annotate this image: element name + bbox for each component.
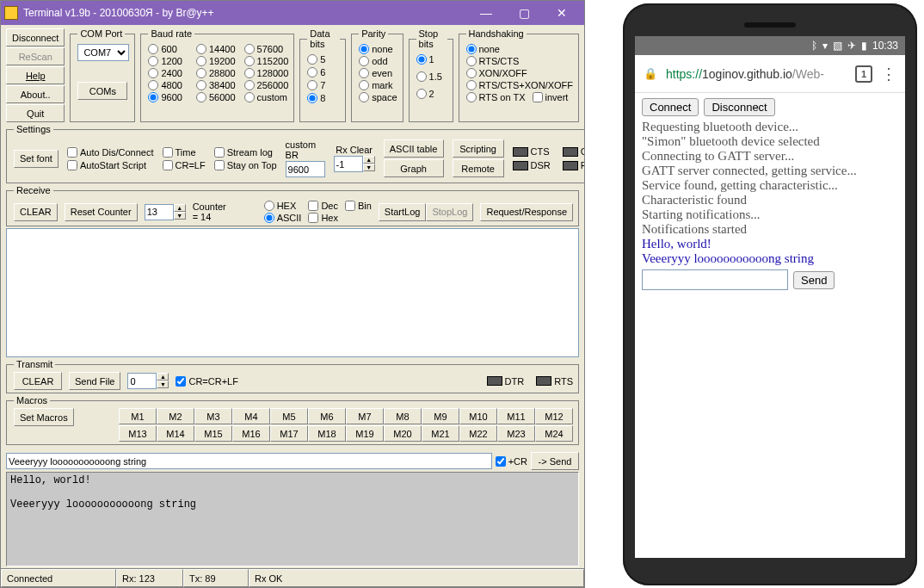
macro-m9[interactable]: M9 xyxy=(422,408,459,424)
macro-m5[interactable]: M5 xyxy=(270,408,308,424)
bin-checkbox[interactable]: Bin xyxy=(345,201,372,211)
menu-icon[interactable]: ⋮ xyxy=(881,68,896,80)
macro-m1[interactable]: M1 xyxy=(119,408,157,424)
databits-option-5[interactable]: 5 xyxy=(307,54,340,65)
sendfile-button[interactable]: Send File xyxy=(69,372,120,390)
baud-option-38400[interactable]: 38400 xyxy=(196,80,239,90)
remote-button[interactable]: Remote xyxy=(453,159,504,177)
custombr-input[interactable] xyxy=(286,161,325,177)
hex-radio[interactable]: HEX xyxy=(264,201,302,211)
parity-option-space[interactable]: space xyxy=(359,92,397,102)
handshake-option-RTS/CTS[interactable]: RTS/CTS xyxy=(466,56,574,66)
baud-option-custom[interactable]: custom xyxy=(244,92,289,102)
page-connect-button[interactable]: Connect xyxy=(642,98,699,116)
macro-m24[interactable]: M24 xyxy=(535,425,573,442)
baud-option-28800[interactable]: 28800 xyxy=(196,68,239,78)
macro-m13[interactable]: M13 xyxy=(119,425,157,442)
maximize-button[interactable]: ▢ xyxy=(505,3,543,22)
baud-option-19200[interactable]: 19200 xyxy=(196,56,239,66)
time-checkbox[interactable]: Time xyxy=(163,147,206,158)
comport-select[interactable]: COM7 xyxy=(77,44,129,61)
macro-m19[interactable]: M19 xyxy=(346,425,384,442)
hex-checkbox[interactable]: Hex xyxy=(308,213,338,223)
titlebar[interactable]: Terminal v1.9b - 20100630Я - by Br@y++ —… xyxy=(1,1,584,25)
databits-option-6[interactable]: 6 xyxy=(307,67,340,77)
handshake-option-RTS/CTS+XON/XOFF[interactable]: RTS/CTS+XON/XOFF xyxy=(466,80,574,90)
stopbits-option-1[interactable]: 1 xyxy=(416,54,447,65)
streamlog-checkbox[interactable]: Stream log xyxy=(214,147,277,158)
macro-m20[interactable]: M20 xyxy=(384,425,422,442)
send-input[interactable] xyxy=(6,453,492,469)
rescan-button[interactable]: ReScan xyxy=(6,47,65,65)
reqres-button[interactable]: Request/Response xyxy=(480,203,573,221)
databits-option-7[interactable]: 7 xyxy=(307,80,340,90)
macro-m6[interactable]: M6 xyxy=(308,408,346,424)
macro-m21[interactable]: M21 xyxy=(422,425,459,442)
sendfile-spin[interactable]: ▲▼ xyxy=(127,373,169,389)
crlf-checkbox[interactable]: CR=LF xyxy=(163,160,206,170)
baud-option-9600[interactable]: 9600 xyxy=(148,92,191,102)
graph-button[interactable]: Graph xyxy=(384,159,444,177)
handshake-option-XON/XOFF[interactable]: XON/XOFF xyxy=(466,68,574,78)
scripting-button[interactable]: Scripting xyxy=(453,139,504,158)
spin-up-icon[interactable]: ▲ xyxy=(157,373,169,381)
invert-checkbox[interactable]: invert xyxy=(533,92,569,102)
macro-m17[interactable]: M17 xyxy=(270,425,308,442)
recv-clear-button[interactable]: CLEAR xyxy=(14,203,58,221)
baud-option-600[interactable]: 600 xyxy=(148,44,191,54)
web-page[interactable]: Connect Disconnect Requesting bluetooth … xyxy=(635,93,905,558)
baud-option-1200[interactable]: 1200 xyxy=(148,56,191,66)
baud-option-56000[interactable]: 56000 xyxy=(196,92,239,102)
macro-m14[interactable]: M14 xyxy=(157,425,194,442)
url-text[interactable]: https://1oginov.github.io/Web- xyxy=(666,67,847,81)
ascii-radio[interactable]: ASCII xyxy=(264,213,302,223)
spin-up-icon[interactable]: ▲ xyxy=(363,156,375,164)
reset-counter-button[interactable]: Reset Counter xyxy=(65,203,138,221)
parity-option-mark[interactable]: mark xyxy=(359,80,397,90)
spin-down-icon[interactable]: ▼ xyxy=(157,381,169,388)
macro-m10[interactable]: M10 xyxy=(459,408,497,424)
chrome-omnibar[interactable]: 🔒 https://1oginov.github.io/Web- 1 ⋮ xyxy=(635,55,905,93)
baud-option-14400[interactable]: 14400 xyxy=(196,44,239,54)
macro-m16[interactable]: M16 xyxy=(232,425,270,442)
spin-up-icon[interactable]: ▲ xyxy=(174,204,186,212)
stoplog-button[interactable]: StopLog xyxy=(426,203,473,221)
stopbits-option-1.5[interactable]: 1.5 xyxy=(416,71,447,82)
dec-checkbox[interactable]: Dec xyxy=(308,201,338,211)
page-send-button[interactable]: Send xyxy=(793,271,835,289)
crcrlf-checkbox[interactable]: CR=CR+LF xyxy=(176,376,237,387)
parity-option-even[interactable]: even xyxy=(359,68,397,78)
dtr-led[interactable]: DTR xyxy=(487,376,525,387)
baud-option-256000[interactable]: 256000 xyxy=(244,80,289,90)
help-button[interactable]: Help xyxy=(6,66,65,84)
spin-down-icon[interactable]: ▼ xyxy=(174,212,186,220)
setmacros-button[interactable]: Set Macros xyxy=(14,408,74,426)
baud-option-2400[interactable]: 2400 xyxy=(148,68,191,78)
about-button[interactable]: About.. xyxy=(6,85,65,103)
stopbits-option-2[interactable]: 2 xyxy=(416,89,447,99)
baud-option-128000[interactable]: 128000 xyxy=(244,68,289,78)
receive-textarea[interactable] xyxy=(6,228,579,357)
xmit-clear-button[interactable]: CLEAR xyxy=(14,372,62,390)
page-send-input[interactable] xyxy=(642,269,788,290)
macro-m15[interactable]: M15 xyxy=(194,425,232,442)
rts-led[interactable]: RTS xyxy=(536,376,573,387)
databits-option-8[interactable]: 8 xyxy=(307,93,340,103)
page-disconnect-button[interactable]: Disconnect xyxy=(704,98,774,116)
spin-down-icon[interactable]: ▼ xyxy=(363,164,375,171)
baud-option-57600[interactable]: 57600 xyxy=(244,44,289,54)
quit-button[interactable]: Quit xyxy=(6,104,65,122)
parity-option-none[interactable]: none xyxy=(359,44,397,54)
macro-m2[interactable]: M2 xyxy=(157,408,194,424)
baud-option-4800[interactable]: 4800 xyxy=(148,80,191,90)
handshake-option-RTS on TX[interactable]: RTS on TX xyxy=(466,92,526,102)
close-button[interactable]: ✕ xyxy=(543,3,581,22)
stayontop-checkbox[interactable]: Stay on Top xyxy=(214,160,277,170)
counter-spin[interactable]: ▲▼ xyxy=(145,204,186,220)
rxclear-spin[interactable]: ▲▼ xyxy=(334,156,375,172)
handshake-option-none[interactable]: none xyxy=(466,44,574,54)
macro-m23[interactable]: M23 xyxy=(497,425,535,442)
macro-m18[interactable]: M18 xyxy=(308,425,346,442)
macro-m4[interactable]: M4 xyxy=(232,408,270,424)
echo-textarea[interactable]: Hello, world! Veeeryyy looooooooooong st… xyxy=(6,472,579,566)
